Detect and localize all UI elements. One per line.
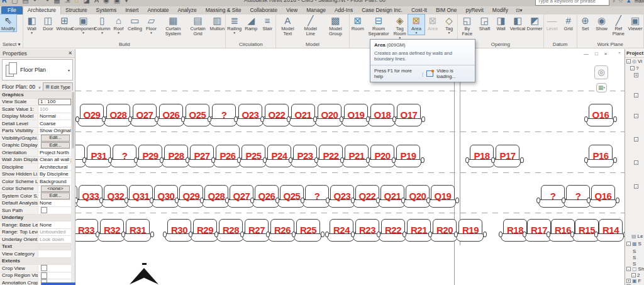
show-plane-button[interactable]: ◉Show	[594, 14, 610, 31]
property-value[interactable]: None	[38, 221, 71, 228]
seat[interactable]: Q19	[431, 185, 455, 203]
tab-systems[interactable]: Systems	[92, 6, 121, 14]
edit-button[interactable]: Edit...	[41, 135, 70, 142]
seat[interactable]: R20	[433, 219, 457, 237]
property-value[interactable]: Normal	[38, 113, 71, 120]
room-separator-button[interactable]: ⊟Room Separator	[366, 14, 392, 36]
tab-pyrevit[interactable]: pyRevit	[462, 6, 488, 14]
seat[interactable]: P16	[589, 145, 613, 162]
3d-view-icon[interactable]: ⌂	[75, 0, 79, 6]
property-value[interactable]: Architectural	[38, 164, 71, 170]
edit-button[interactable]: Edit...	[41, 193, 70, 199]
checkbox[interactable]	[41, 272, 47, 279]
column-button[interactable]: ▯Column▼	[94, 14, 110, 35]
seat[interactable]: O18	[370, 104, 394, 121]
browser-tree-item[interactable]: -?	[630, 65, 638, 71]
viewer-button[interactable]: ▣Viewer	[627, 14, 643, 31]
browser-tree-item[interactable]: S	[633, 255, 636, 260]
seat[interactable]: R26	[270, 219, 294, 237]
seat[interactable]: R25	[296, 219, 320, 237]
seat[interactable]: P26	[216, 145, 240, 162]
tab-modify[interactable]: Modify	[488, 6, 513, 14]
seat[interactable]: O20	[318, 104, 341, 121]
seat[interactable]: O29	[80, 104, 104, 121]
browser-tree-item[interactable]: -	[634, 184, 638, 189]
ceiling-button[interactable]: ▭Ceiling	[126, 14, 143, 31]
drawing-canvas[interactable]: O29O28O27O26O25?O23O22O21O20O19O18O17O16…	[75, 49, 625, 285]
browser-tree-item[interactable]: -	[634, 137, 638, 142]
north-arrow[interactable]	[130, 268, 158, 284]
collapse-icon[interactable]: -	[626, 267, 631, 271]
seat[interactable]: O23	[238, 104, 262, 121]
floor-button[interactable]: ▱Floor▼	[143, 14, 159, 35]
grid-button[interactable]: #Grid	[560, 14, 577, 31]
instance-selector[interactable]: Floor Plan: 00	[2, 84, 36, 90]
collapse-icon[interactable]: -	[634, 160, 638, 165]
property-value[interactable]	[38, 250, 71, 257]
railing-button[interactable]: ≣Railing▼	[226, 14, 243, 35]
seat[interactable]: P20	[370, 145, 394, 162]
qat-dropdown-icon[interactable]: ▾	[125, 0, 128, 6]
property-group-extents[interactable]: Extents	[0, 258, 71, 265]
roof-button[interactable]: ⌂Roof▼	[110, 14, 126, 35]
ref-plane-button[interactable]: ╱Ref Plane	[610, 14, 627, 36]
panel-label[interactable]: Model	[276, 41, 348, 48]
tab-case-design-inc[interactable]: Case Design Inc.	[357, 6, 407, 14]
property-value[interactable]: 100	[38, 106, 71, 113]
collapse-icon[interactable]: -	[634, 93, 638, 98]
expand-icon[interactable]: +	[634, 73, 638, 77]
opening-by-face-button[interactable]: ◱By Face	[458, 14, 477, 36]
modify-cursor-button[interactable]: ⇖Modify	[0, 14, 16, 31]
seat[interactable]: R33	[75, 219, 98, 237]
door-button[interactable]: ◫Door	[40, 14, 56, 31]
curtain-grid-button[interactable]: ▤Curtain Grid	[187, 14, 209, 36]
seat[interactable]: R22	[381, 219, 405, 237]
zoom-tool-icon[interactable]: ▦▾	[596, 83, 607, 92]
seat[interactable]: P31	[87, 145, 111, 162]
restore-icon[interactable]: □	[595, 51, 598, 57]
close-icon[interactable]: ×	[604, 51, 608, 57]
tab-analyze[interactable]: Analyze	[173, 6, 201, 14]
property-value[interactable]: None	[38, 200, 71, 207]
tab-collaborate[interactable]: Collaborate	[245, 6, 281, 14]
tab-add-ins[interactable]: Add-Ins	[330, 6, 357, 14]
edit-button[interactable]: Edit...	[41, 142, 70, 149]
browser-tree-item[interactable]: -2	[631, 272, 640, 278]
expand-icon[interactable]: +	[626, 279, 631, 283]
steering-wheel-icon[interactable]: ◎	[594, 65, 608, 79]
seat[interactable]: O21	[291, 104, 315, 121]
a360-icon[interactable]: ▲	[626, 0, 631, 4]
seat[interactable]: P27	[190, 145, 214, 162]
collapse-icon[interactable]: -	[626, 242, 631, 246]
shaft-button[interactable]: ◲Shaft	[477, 14, 493, 31]
render-icon[interactable]: ◉	[103, 0, 109, 6]
browser-tree-item[interactable]: ▤Le	[631, 233, 643, 239]
seat[interactable]: R29	[193, 219, 217, 237]
seat[interactable]: O19	[344, 104, 368, 121]
seat[interactable]: R24	[330, 219, 353, 237]
tab-file[interactable]: File	[1, 6, 23, 14]
set-plane-button[interactable]: ⊕Set	[577, 14, 594, 31]
seat[interactable]: P17	[496, 145, 519, 162]
seat[interactable]: P22	[319, 145, 343, 162]
property-value[interactable]: 1 : 100	[38, 99, 71, 106]
property-value[interactable]: Background	[38, 178, 71, 185]
collapse-icon[interactable]: -	[634, 137, 638, 142]
close-icon[interactable]: ✕	[68, 50, 72, 56]
property-group-text[interactable]: Text	[0, 243, 71, 251]
seat[interactable]: O17	[397, 104, 421, 121]
collapse-icon[interactable]: -	[634, 184, 638, 189]
measure-icon[interactable]: ⇲	[65, 0, 70, 6]
property-value[interactable]: Unbounded	[38, 229, 71, 236]
property-value[interactable]: Look down	[38, 236, 71, 243]
save-icon[interactable]: ▤	[22, 0, 28, 6]
seat[interactable]: O16	[589, 104, 613, 121]
panel-label[interactable]: Work Plane	[577, 41, 643, 48]
collapse-icon[interactable]: -	[626, 59, 631, 64]
panel-label[interactable]: Datum	[544, 41, 577, 48]
browser-tree-item[interactable]: +▣F	[626, 278, 641, 284]
seat[interactable]: R23	[355, 219, 379, 237]
tag-area-button[interactable]: ◇Tag▼	[441, 14, 457, 35]
browser-tree-item[interactable]: S	[633, 249, 636, 254]
open-icon[interactable]: ▢	[11, 0, 18, 6]
